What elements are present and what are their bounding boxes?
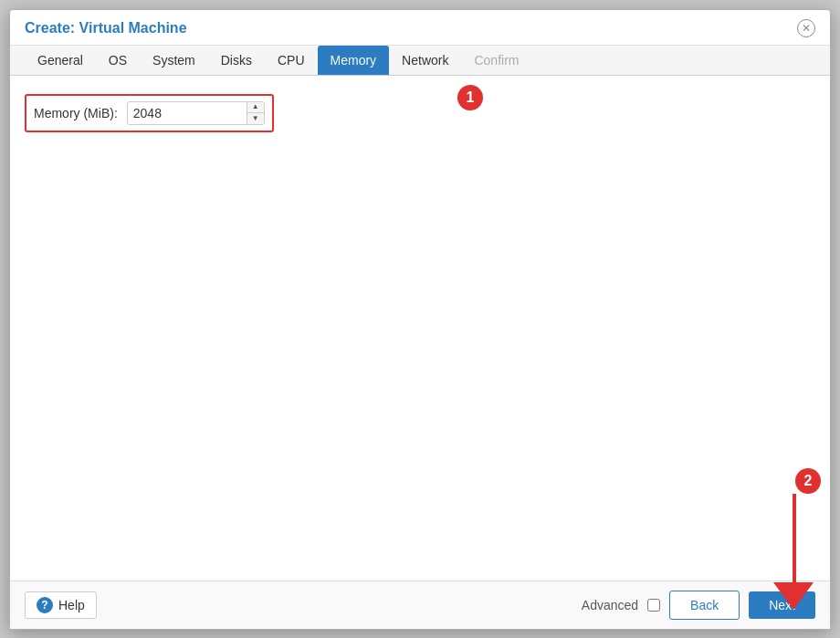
help-icon: ?	[37, 597, 53, 613]
close-button[interactable]: ✕	[797, 19, 815, 37]
tab-bar: General OS System Disks CPU Memory Netwo…	[10, 46, 830, 76]
annotation-arrow-head	[773, 582, 814, 610]
close-icon: ✕	[802, 22, 811, 35]
memory-input-wrap: ▲ ▼	[127, 101, 265, 125]
back-button[interactable]: Back	[669, 591, 740, 620]
tab-general[interactable]: General	[25, 46, 96, 75]
memory-increment-button[interactable]: ▲	[247, 102, 264, 113]
advanced-checkbox[interactable]	[647, 599, 660, 612]
dialog-footer: ? Help Advanced Back Next	[10, 580, 830, 629]
dialog-header: Create: Virtual Machine ✕	[10, 10, 830, 46]
tab-network[interactable]: Network	[389, 46, 461, 75]
tab-cpu[interactable]: CPU	[265, 46, 318, 75]
memory-decrement-button[interactable]: ▼	[247, 113, 264, 124]
tab-system[interactable]: System	[140, 46, 208, 75]
tab-os[interactable]: OS	[96, 46, 140, 75]
memory-label: Memory (MiB):	[34, 106, 118, 120]
memory-input[interactable]	[128, 104, 247, 122]
dialog-title: Create: Virtual Machine	[25, 20, 187, 44]
memory-spinner: ▲ ▼	[247, 102, 264, 124]
help-label: Help	[58, 598, 85, 612]
footer-left: ? Help	[25, 591, 97, 619]
annotation-badge-2: 2	[795, 468, 821, 494]
tab-confirm: Confirm	[461, 46, 531, 75]
annotation-arrow-line	[793, 494, 796, 585]
tab-disks[interactable]: Disks	[208, 46, 265, 75]
dialog-body: Memory (MiB): ▲ ▼ 1 2	[10, 76, 830, 580]
memory-field-wrapper: Memory (MiB): ▲ ▼	[25, 94, 274, 132]
annotation-badge-1: 1	[457, 85, 483, 110]
tab-memory[interactable]: Memory	[318, 46, 390, 75]
advanced-label: Advanced	[582, 598, 638, 612]
create-vm-dialog: Create: Virtual Machine ✕ General OS Sys…	[9, 9, 831, 630]
help-button[interactable]: ? Help	[25, 591, 97, 619]
